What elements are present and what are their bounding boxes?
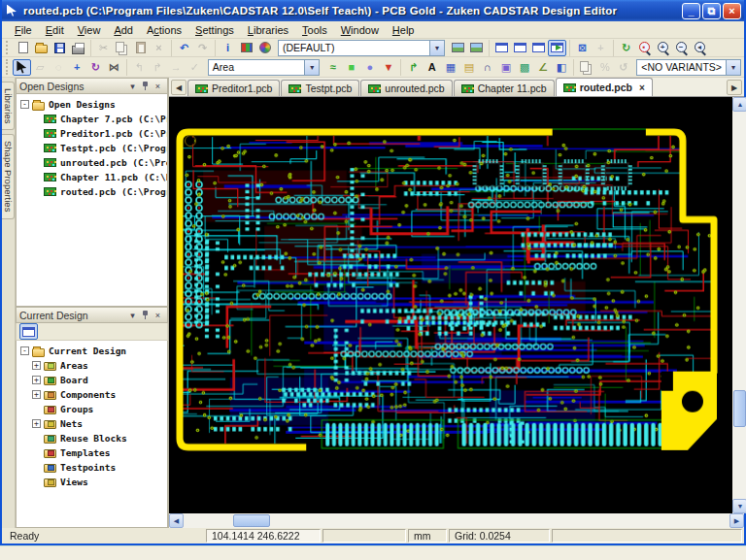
scroll-up-icon[interactable]: ▲ [732, 97, 746, 112]
tab-testpt-pcb[interactable]: Testpt.pcb [281, 80, 359, 96]
picture-settings-button[interactable] [467, 40, 486, 56]
tab-chapter-11-pcb[interactable]: Chapter 11.pcb [454, 80, 555, 96]
design-frame-button[interactable] [492, 40, 511, 56]
cut-button[interactable]: ✂ [94, 40, 113, 56]
zoom-previous-button[interactable] [691, 40, 709, 56]
tree-item-unrouted.pcb[interactable]: unrouted.pcb (C:\Progr [18, 155, 167, 170]
frame-previous-button[interactable] [511, 40, 529, 56]
vertical-scroll-thumb[interactable] [733, 390, 746, 427]
tree-item-nets[interactable]: +Nets [18, 416, 167, 431]
style-combo[interactable]: (DEFAULT) ▾ [278, 40, 445, 56]
polygon-select-button[interactable]: ▱ [31, 59, 50, 76]
add-shape-button[interactable]: ▼ [379, 59, 397, 76]
add-circle-button[interactable]: ● [360, 59, 379, 76]
colors-table-button[interactable] [237, 40, 255, 56]
variants-combo[interactable]: <NO VARIANTS> ▾ [636, 59, 741, 76]
item-info-button[interactable]: i [219, 40, 237, 56]
delete-button[interactable]: × [150, 40, 168, 56]
new-button[interactable] [14, 40, 32, 56]
panel-menu-icon[interactable]: ▾ [126, 80, 139, 92]
close-button[interactable]: × [723, 3, 741, 19]
spacing-check-button[interactable]: % [595, 59, 614, 76]
redraw-button[interactable]: ↻ [617, 40, 635, 56]
update-shape-button[interactable]: ↱ [404, 59, 423, 76]
tree-item-groups[interactable]: Groups [18, 402, 167, 416]
smooth-shape-button[interactable]: ≈ [323, 59, 342, 76]
design-view-button[interactable] [19, 323, 38, 340]
tree-root-current-design[interactable]: -Current Design [18, 344, 167, 358]
finish-route-button[interactable]: ✓ [186, 59, 204, 76]
chevron-down-icon[interactable]: ▾ [726, 60, 740, 75]
toolbar-grip[interactable] [6, 59, 10, 75]
add-sheet-button[interactable]: ▤ [459, 59, 478, 76]
select-button[interactable] [13, 59, 31, 76]
mirror-button[interactable]: ⋈ [105, 59, 123, 76]
side-tab-shape-properties[interactable]: Shape Properties [2, 134, 15, 218]
tree-item-areas[interactable]: +Areas [18, 358, 167, 373]
expand-icon[interactable]: + [32, 376, 41, 384]
paste-button[interactable] [131, 40, 150, 56]
menu-tools[interactable]: Tools [295, 22, 334, 38]
scroll-right-icon[interactable]: ▶ [729, 513, 744, 528]
expand-icon[interactable]: + [32, 361, 41, 370]
menu-view[interactable]: View [71, 22, 108, 38]
tab-scroll-right-button[interactable]: ▶ [727, 80, 742, 95]
panel-close-icon[interactable]: × [152, 80, 164, 92]
paste-special-button[interactable] [577, 59, 595, 76]
tree-item-chapter[interactable]: Chapter 7.pcb (C:\Progr [18, 112, 167, 126]
move-button[interactable]: + [68, 59, 86, 76]
expand-icon[interactable]: + [32, 390, 41, 399]
pan-button[interactable]: + [592, 40, 610, 56]
scroll-left-icon[interactable]: ◀ [169, 513, 184, 528]
vertical-scrollbar[interactable]: ▲ ▼ [732, 97, 746, 513]
insert-picture-button[interactable] [449, 40, 467, 56]
frame-info-button[interactable] [529, 40, 548, 56]
measure-button[interactable]: ∠ [533, 59, 552, 76]
minimize-button[interactable]: _ [682, 3, 700, 19]
route-button[interactable]: ↰ [130, 59, 149, 76]
menu-edit[interactable]: Edit [39, 22, 71, 38]
tree-item-routed.pcb[interactable]: routed.pcb (C:\Program [18, 184, 167, 199]
undo-button[interactable]: ↶ [175, 40, 193, 56]
expand-icon[interactable]: - [20, 346, 29, 355]
toolbar-grip[interactable] [6, 41, 11, 54]
open-button[interactable] [32, 40, 51, 56]
horizontal-scroll-thumb[interactable] [233, 514, 270, 527]
tree-item-board[interactable]: +Board [18, 373, 167, 387]
net-colors-button[interactable]: ▩ [515, 59, 533, 76]
expand-icon[interactable]: + [32, 419, 41, 428]
restore-button[interactable]: ⧉ [702, 3, 721, 19]
area-combo[interactable]: Area ▾ [208, 59, 321, 76]
tab-preditor1-pcb[interactable]: Preditor1.pcb [187, 80, 280, 96]
tab-routed-pcb[interactable]: routed.pcb× [556, 78, 653, 96]
menu-window[interactable]: Window [334, 22, 386, 38]
tree-item-views[interactable]: Views [18, 475, 167, 489]
tab-unrouted-pcb[interactable]: unrouted.pcb [360, 80, 452, 96]
lasso-select-button[interactable]: ◌ [50, 59, 68, 76]
tree-item-testpt.pcb[interactable]: Testpt.pcb (C:\Program [18, 141, 167, 155]
view-area-button[interactable] [635, 40, 654, 56]
tree-item-chapter[interactable]: Chapter 11.pcb (C:\Prog [18, 170, 167, 184]
current-design-header[interactable]: Current Design ▾ × [16, 307, 168, 323]
zoom-in-button[interactable] [654, 40, 672, 56]
pin-icon[interactable] [139, 80, 152, 92]
tree-item-components[interactable]: +Components [18, 387, 167, 402]
menu-file[interactable]: File [8, 22, 39, 38]
change-colors-button[interactable]: ◧ [552, 59, 570, 76]
rotate-button[interactable]: ↻ [86, 59, 105, 76]
tree-root-open-designs[interactable]: -Open Designs [18, 97, 167, 112]
menu-add[interactable]: Add [107, 22, 140, 38]
reroute-button[interactable]: ↱ [149, 59, 167, 76]
pcb-canvas[interactable] [169, 97, 732, 513]
tree-item-reuse-blocks[interactable]: Reuse Blocks [18, 431, 167, 445]
menu-help[interactable]: Help [386, 22, 422, 38]
save-button[interactable] [51, 40, 69, 56]
add-dimension-button[interactable]: ▦ [441, 59, 459, 76]
side-tab-libraries[interactable]: Libraries [2, 82, 15, 130]
add-arc-button[interactable]: ∩ [478, 59, 496, 76]
copy-button[interactable] [113, 40, 131, 56]
add-rectangle-button[interactable]: ■ [342, 59, 360, 76]
scroll-down-icon[interactable]: ▼ [732, 499, 746, 513]
chevron-down-icon[interactable]: ▾ [429, 41, 444, 55]
palette-button[interactable] [255, 40, 274, 56]
